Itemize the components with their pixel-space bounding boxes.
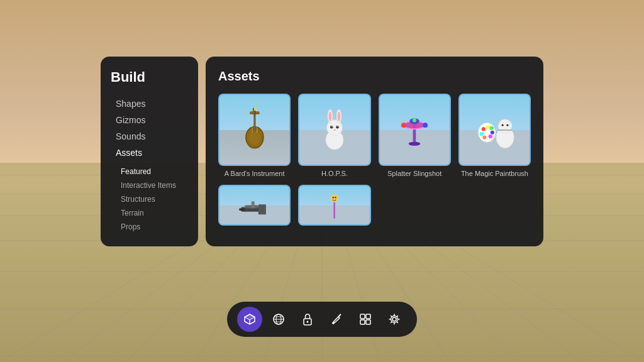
svg-rect-66 (334, 202, 335, 219)
svg-point-35 (330, 126, 333, 129)
svg-rect-62 (258, 205, 266, 215)
svg-point-44 (401, 123, 406, 128)
svg-point-68 (333, 197, 334, 198)
svg-rect-83 (366, 314, 370, 319)
sidebar-subitems: Featured Interactive Items Structures Te… (111, 165, 188, 234)
svg-point-60 (507, 124, 509, 126)
toolbar (227, 302, 417, 337)
asset-thumb-magic-paintbrush (458, 94, 531, 166)
sidebar-item-assets[interactable]: Assets (111, 145, 188, 161)
svg-point-55 (480, 132, 484, 136)
svg-point-52 (491, 130, 494, 134)
svg-point-46 (413, 118, 416, 122)
svg-line-80 (338, 314, 341, 317)
assets-grid: A Bard's Instrument (218, 94, 531, 177)
svg-rect-85 (366, 320, 370, 324)
asset-thumb-splatter-slingshot (379, 94, 451, 166)
svg-rect-82 (360, 314, 365, 319)
svg-point-51 (490, 126, 494, 129)
svg-point-69 (335, 197, 336, 198)
sidebar-item-shapes[interactable]: Shapes (111, 96, 188, 112)
asset-card-partial-1[interactable] (218, 185, 291, 226)
sidebar-subitem-structures[interactable]: Structures (111, 192, 188, 206)
svg-point-38 (338, 126, 339, 127)
sidebar-item-gizmos[interactable]: Gizmos (111, 112, 188, 128)
svg-point-54 (483, 135, 487, 139)
svg-point-34 (338, 111, 341, 121)
asset-card-magic-paintbrush[interactable]: The Magic Paintbrush (458, 94, 531, 177)
toolbar-btn-world[interactable] (266, 307, 291, 332)
svg-point-33 (329, 111, 332, 121)
svg-marker-28 (254, 108, 258, 111)
sidebar-subitem-interactive[interactable]: Interactive Items (111, 178, 188, 192)
toolbar-btn-settings[interactable] (382, 307, 407, 332)
svg-point-79 (307, 321, 309, 323)
asset-card-splatter-slingshot[interactable]: Splatter Slingshot (379, 94, 451, 177)
asset-thumb-partial-1 (218, 185, 291, 226)
svg-point-39 (333, 129, 335, 130)
build-title: Build (111, 69, 188, 85)
assets-panel: Assets (206, 57, 543, 246)
asset-label-splatter-slingshot: Splatter Slingshot (379, 170, 451, 177)
svg-rect-63 (239, 209, 245, 211)
asset-label-hops: H.O.P.S. (298, 170, 370, 177)
asset-card-partial-2[interactable] (298, 185, 370, 226)
toolbar-btn-paint[interactable] (324, 307, 349, 332)
toolbar-btn-lock[interactable] (295, 307, 320, 332)
svg-point-49 (482, 127, 486, 131)
sidebar-item-sounds[interactable]: Sounds (111, 128, 188, 145)
svg-point-47 (409, 141, 421, 145)
asset-label-magic-paintbrush: The Magic Paintbrush (458, 170, 531, 177)
ui-container: Build Shapes Gizmos Sounds Assets Featur… (101, 57, 543, 246)
toolbar-btn-avatar[interactable] (353, 307, 378, 332)
sidebar-subitem-featured[interactable]: Featured (111, 165, 188, 178)
svg-point-81 (332, 322, 335, 324)
svg-rect-27 (253, 108, 254, 114)
svg-marker-71 (245, 314, 255, 320)
sidebar-subitem-props[interactable]: Props (111, 220, 188, 234)
svg-rect-65 (252, 202, 255, 209)
svg-point-86 (392, 317, 396, 321)
asset-thumb-hops (298, 94, 370, 166)
sidebar-subitem-terrain[interactable]: Terrain (111, 206, 188, 220)
svg-point-37 (331, 126, 333, 127)
assets-title: Assets (218, 69, 531, 84)
build-panel: Build Shapes Gizmos Sounds Assets Featur… (101, 57, 198, 246)
asset-thumb-partial-2 (298, 185, 370, 226)
svg-point-67 (331, 195, 338, 202)
asset-thumb-bards-instrument (218, 94, 291, 166)
svg-point-36 (336, 126, 339, 129)
assets-row2 (218, 185, 531, 226)
asset-card-bards-instrument[interactable]: A Bard's Instrument (218, 94, 291, 177)
svg-point-53 (489, 134, 492, 138)
svg-point-57 (499, 119, 513, 133)
asset-label-bards-instrument: A Bard's Instrument (218, 170, 291, 177)
asset-card-hops[interactable]: H.O.P.S. (298, 94, 370, 177)
svg-point-59 (502, 124, 504, 126)
toolbar-btn-build[interactable] (237, 307, 262, 332)
svg-point-87 (391, 316, 398, 323)
svg-point-50 (486, 125, 489, 129)
svg-point-45 (423, 123, 428, 128)
svg-rect-84 (360, 320, 365, 324)
